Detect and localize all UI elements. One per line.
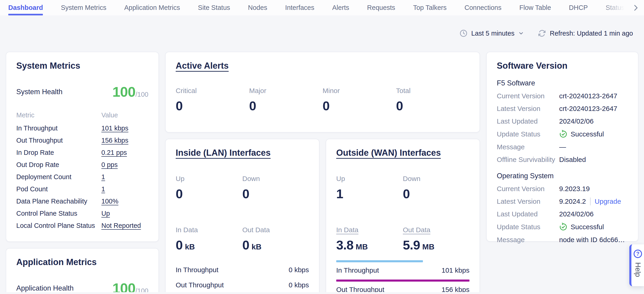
os-update-status-row: Update Status Successful	[497, 223, 628, 231]
os-current-version: 9.2023.19	[559, 185, 628, 193]
table-row: Pod Count 1	[16, 185, 148, 192]
application-health-value: 100	[112, 280, 135, 292]
wan-in-data-link[interactable]: In Data	[336, 226, 403, 234]
chevron-right-icon[interactable]	[632, 4, 640, 12]
upgrade-link[interactable]: Upgrade	[595, 198, 621, 205]
lan-data-stats: In Data 0 kB Out Data 0 kB	[176, 226, 309, 252]
software-version-card: Software Version F5 Software Current Ver…	[486, 52, 638, 242]
table-row: Out Throughput 156 kbps	[16, 137, 148, 143]
right-column: Software Version F5 Software Current Ver…	[486, 52, 638, 242]
metric-label: Local Control Plane Status	[16, 222, 101, 229]
wan-out-data-stat: Out Data 5.9 MB	[403, 226, 470, 252]
nav-tab[interactable]: Requests	[367, 0, 396, 15]
column-header-metric: Metric	[16, 111, 101, 119]
alert-stat-value: 0	[396, 98, 470, 113]
nav-tab[interactable]: Connections	[464, 0, 501, 15]
center-column: Active Alerts Critical 0 Major 0	[165, 52, 480, 292]
wan-in-data-stat: In Data 3.8 MB	[336, 226, 403, 252]
left-column: System Metrics System Health 100 /100 Me…	[6, 52, 159, 292]
table-row: In Drop Rate 0.21 pps	[16, 149, 148, 156]
wan-out-throughput-label: Out Throughput	[336, 285, 384, 292]
alert-stat: Total 0	[396, 87, 470, 113]
nav-tab[interactable]: DHCP	[569, 0, 588, 15]
f5-latest-version-row: Latest Version crt-20240123-2647	[497, 105, 628, 112]
os-latest-version: 9.2024.2 Upgrade	[559, 198, 628, 205]
os-latest-version-row: Latest Version 9.2024.2 Upgrade	[497, 198, 628, 205]
metric-value-link[interactable]: 156 kbps	[101, 137, 148, 144]
os-last-updated: 2024/02/06	[559, 210, 628, 218]
column-header-value: Value	[101, 111, 148, 119]
wan-interfaces-card: Outside (WAN) Interfaces Up 1 Down 0	[326, 139, 480, 292]
nav-tab[interactable]: Nodes	[248, 0, 267, 15]
wan-out-throughput-value: 156 kbps	[442, 285, 470, 292]
time-range-label: Last 5 minutes	[471, 30, 515, 37]
lan-out-throughput-row: Out Throughput 0 kbps	[176, 280, 309, 290]
table-row: Control Plane Status Up	[16, 210, 148, 216]
nav-tab[interactable]: Application Metrics	[124, 0, 180, 15]
table-header: Metric Value	[16, 111, 148, 119]
metric-value-link[interactable]: 0 pps	[101, 161, 148, 169]
alert-stat-value: 0	[249, 98, 322, 113]
f5-offline-survivability: Disabled	[559, 156, 628, 164]
nav-tab[interactable]: System Metrics	[61, 0, 106, 15]
interface-cards-row: Inside (LAN) Interfaces Up 0 Down 0	[165, 139, 480, 292]
wan-updown-stats: Up 1 Down 0	[336, 175, 470, 201]
lan-title-link[interactable]: Inside (LAN) Interfaces	[176, 148, 271, 158]
alert-stat-value: 0	[176, 98, 249, 113]
alert-stat: Major 0	[249, 87, 322, 113]
wan-down-value: 0	[403, 186, 470, 201]
refresh-button[interactable]: Refresh: Updated 1 min ago	[538, 29, 633, 38]
metric-label: Out Drop Rate	[16, 161, 101, 169]
f5-software-section-header: F5 Software	[497, 79, 628, 87]
lan-out-throughput-value: 0 kbps	[289, 280, 309, 290]
metric-value-link[interactable]: 1	[101, 185, 148, 193]
nav-tab[interactable]: Flow Table	[520, 0, 551, 15]
refresh-icon	[538, 29, 546, 38]
table-row: Local Control Plane Status Not Reported	[16, 222, 148, 229]
os-update-status: Successful	[559, 223, 628, 231]
application-health-row: Application Health 100 /100	[16, 280, 148, 292]
wan-in-throughput-label: In Throughput	[336, 266, 379, 275]
dashboard-page: Dashboard System Metrics Application Met…	[0, 0, 644, 294]
application-health-score: 100 /100	[112, 280, 148, 292]
wan-title-link[interactable]: Outside (WAN) Interfaces	[336, 148, 441, 158]
help-tab[interactable]: ? Help	[629, 244, 644, 286]
lan-out-data-value: 0 kB	[242, 237, 309, 252]
nav-tab[interactable]: Site Status	[198, 0, 230, 15]
wan-up-label: Up	[336, 175, 403, 183]
table-body: In Throughput 101 kbps Out Throughput 15…	[16, 124, 148, 229]
nav-tab[interactable]: Dashboard	[8, 0, 43, 15]
top-nav: Dashboard System Metrics Application Met…	[0, 0, 644, 15]
nav-tab[interactable]: Interfaces	[285, 0, 314, 15]
metric-value-link[interactable]: Not Reported	[101, 222, 148, 229]
help-question-icon: ?	[633, 249, 642, 259]
f5-offline-survivability-row: Offline Survivability Disabled	[497, 156, 628, 164]
wan-out-data-link[interactable]: Out Data	[403, 226, 470, 234]
metric-value-link[interactable]: 100%	[101, 198, 148, 205]
wan-out-throughput-row: Out Throughput 156 kbps	[336, 285, 470, 292]
metric-value-link[interactable]: Up	[101, 210, 148, 217]
metric-value-link[interactable]: 0.21 pps	[101, 149, 148, 157]
lan-out-data-label: Out Data	[242, 226, 309, 234]
time-range-selector[interactable]: Last 5 minutes	[460, 29, 524, 38]
f5-latest-version: crt-20240123-2647	[559, 105, 628, 112]
os-message-row: Message node with ID 6dc66856-1...	[497, 236, 628, 244]
active-alerts-title-link[interactable]: Active Alerts	[176, 61, 229, 71]
nav-tab[interactable]: Alerts	[332, 0, 349, 15]
success-check-icon	[559, 223, 568, 231]
f5-message-row: Message —	[497, 143, 628, 151]
nav-tab[interactable]: Top Talkers	[413, 0, 446, 15]
system-health-label: System Health	[16, 88, 62, 96]
os-message: node with ID 6dc66856-1...	[559, 236, 628, 244]
alert-stat: Minor 0	[323, 87, 396, 113]
metric-value-link[interactable]: 101 kbps	[101, 124, 148, 132]
lan-in-data-stat: In Data 0 kB	[176, 226, 242, 252]
metric-label: In Drop Rate	[16, 149, 101, 157]
svg-text:?: ?	[636, 251, 639, 257]
metric-label: Control Plane Status	[16, 210, 101, 217]
metric-value-link[interactable]: 1	[101, 173, 148, 181]
clock-icon	[460, 29, 468, 38]
f5-update-status: Successful	[559, 130, 628, 138]
alert-stats: Critical 0 Major 0 Minor 0	[176, 87, 470, 113]
alert-stat-label: Critical	[176, 87, 249, 95]
